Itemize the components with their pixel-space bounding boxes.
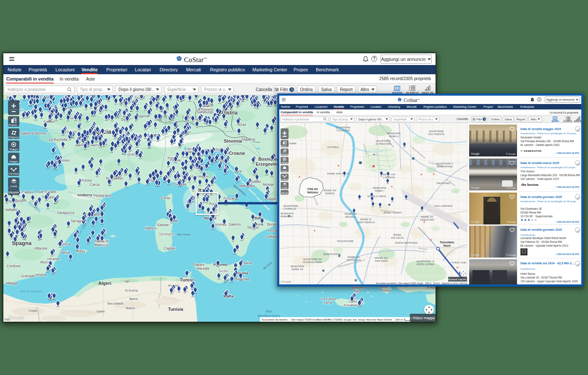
svg-text:Malaga: Malaga — [6, 281, 18, 285]
svg-text:Denia: Denia — [60, 250, 70, 255]
svg-text:Saragozza: Saragozza — [57, 211, 74, 215]
svg-text:ESQUILINO: ESQUILINO — [420, 219, 434, 221]
svg-text:Lecce: Lecce — [268, 228, 278, 232]
svg-text:Cagliari: Cagliari — [164, 246, 176, 250]
svg-text:RIONE XV: RIONE XV — [421, 216, 433, 218]
svg-text:QUARTIERE XII: QUARTIERE XII — [303, 258, 322, 260]
svg-text:Jijel: Jijel — [124, 279, 130, 283]
svg-text:Tunisia: Tunisia — [168, 307, 183, 312]
svg-text:GIANICOLENSE: GIANICOLENSE — [303, 261, 322, 263]
svg-text:Mar: Mar — [265, 309, 272, 313]
svg-text:Alicante: Alicante — [47, 257, 60, 261]
svg-text:Granada: Granada — [21, 274, 35, 278]
svg-text:RIONE XIV: RIONE XIV — [324, 189, 337, 192]
svg-text:I AURELIO: I AURELIO — [284, 208, 297, 210]
svg-text:Albacete: Albacete — [34, 246, 47, 250]
svg-text:Corse: Corse — [161, 196, 171, 200]
svg-text:ROMA II: ROMA II — [389, 135, 399, 138]
svg-text:APPIO LATINO: APPIO LATINO — [417, 263, 435, 266]
svg-text:Perpignano: Perpignano — [93, 193, 112, 198]
svg-text:Oujda: Oujda — [29, 309, 37, 312]
svg-text:Cordova: Cordova — [7, 264, 20, 268]
svg-text:Sicilia: Sicilia — [218, 269, 228, 273]
svg-text:Alghero: Alghero — [144, 226, 157, 230]
svg-text:El Eulma: El Eulma — [125, 289, 138, 292]
svg-text:La Rochelle: La Rochelle — [49, 138, 68, 142]
svg-text:Slovenia: Slovenia — [224, 138, 242, 143]
svg-text:Algeri: Algeri — [98, 281, 111, 286]
svg-text:MUNICIPIO: MUNICIPIO — [281, 212, 294, 215]
svg-text:MUNICIPIO: MUNICIPIO — [387, 132, 401, 135]
svg-text:Tuscolano: Tuscolano — [440, 241, 454, 244]
svg-text:QUARTIERE: QUARTIERE — [336, 126, 350, 129]
svg-text:SAN LORENZO: SAN LORENZO — [434, 205, 453, 207]
svg-text:Bosnia ed: Bosnia ed — [258, 156, 279, 161]
svg-text:Marsala: Marsala — [197, 266, 210, 271]
svg-text:Zagabria: Zagabria — [241, 137, 255, 141]
svg-text:MUNICIPIO: MUNICIPIO — [291, 265, 304, 268]
svg-text:Tunisi: Tunisi — [180, 277, 194, 282]
svg-text:Nord: Nord — [444, 244, 450, 247]
svg-text:QUARTIERE: QUARTIERE — [284, 205, 298, 207]
svg-text:XIX CELIO: XIX CELIO — [391, 237, 404, 239]
svg-text:Mallorca: Mallorca — [94, 243, 108, 247]
svg-text:Sassari: Sassari — [157, 223, 169, 227]
svg-text:XVII TRIESTE: XVII TRIESTE — [428, 133, 445, 135]
svg-text:Città del: Città del — [307, 188, 318, 190]
svg-text:Salerno: Salerno — [228, 222, 241, 227]
svg-text:Erzegovina: Erzegovina — [256, 161, 279, 167]
svg-text:RIONE XI: RIONE XI — [360, 218, 372, 221]
svg-text:RIONE XX: RIONE XX — [348, 256, 360, 258]
svg-text:Palermo: Palermo — [213, 263, 228, 267]
svg-text:Mostar: Mostar — [263, 182, 274, 187]
svg-text:Bou Saada: Bou Saada — [108, 302, 123, 305]
svg-text:FURIO CAM...: FURIO CAM... — [452, 261, 467, 264]
svg-text:Gallipoli: Gallipoli — [265, 234, 278, 239]
svg-text:RIONE: RIONE — [394, 234, 402, 236]
svg-text:QUARTIERE IX: QUARTIERE IX — [417, 260, 435, 263]
svg-text:Croazia: Croazia — [229, 151, 245, 156]
svg-text:RIONE XXI: RIONE XXI — [375, 257, 388, 259]
svg-text:REGOLA: REGOLA — [345, 216, 356, 218]
svg-text:ROMA XII: ROMA XII — [291, 268, 303, 271]
svg-text:MONTEVERDE: MONTEVERDE — [323, 253, 341, 255]
svg-text:Andorra: Andorra — [77, 193, 92, 197]
svg-text:Sardegna: Sardegna — [159, 232, 174, 236]
svg-text:SAN SABA: SAN SABA — [375, 260, 388, 262]
svg-text:La Canea: La Canea — [321, 297, 336, 301]
svg-text:Djelfa: Djelfa — [97, 310, 105, 313]
svg-text:Sables d'Olonne: Sables d'Olonne — [20, 131, 46, 135]
svg-text:Tolosa: Tolosa — [81, 178, 92, 182]
svg-text:BORGO: BORGO — [326, 192, 335, 195]
svg-text:VITTORIA: VITTORIA — [327, 146, 339, 148]
svg-text:PORTA METRONIA: PORTA METRONIA — [395, 242, 418, 244]
svg-text:Irakleio: Irakleio — [348, 303, 359, 307]
svg-text:Vaticano: Vaticano — [307, 191, 318, 194]
svg-text:TRASTEVERE: TRASTEVERE — [337, 240, 354, 242]
svg-text:Thira: Thira — [353, 289, 361, 293]
svg-text:Mar Tirreno: Mar Tirreno — [178, 233, 191, 236]
svg-text:Batna: Batna — [129, 297, 138, 301]
svg-text:Xania: Xania — [323, 301, 332, 305]
svg-text:I FLAMINIO: I FLAMINIO — [336, 129, 350, 132]
svg-text:SANT'ANGELO: SANT'ANGELO — [357, 221, 375, 224]
svg-text:MUNICIPIO: MUNICIPIO — [373, 187, 386, 189]
svg-text:ROMA XIII: ROMA XIII — [281, 215, 293, 218]
svg-text:Biskra: Biskra — [126, 306, 135, 310]
svg-text:Rodos: Rodos — [381, 289, 390, 292]
svg-text:ROMA I: ROMA I — [375, 190, 384, 192]
svg-text:QUARTIERE: QUARTIERE — [429, 130, 444, 133]
svg-text:Carca...: Carca... — [90, 182, 102, 187]
svg-text:Salisburgo: Salisburgo — [197, 110, 213, 114]
svg-text:TIBURTINO: TIBURTINO — [436, 182, 450, 185]
svg-text:Almeria: Almeria — [34, 273, 47, 277]
svg-text:Mar di Alboran: Mar di Alboran — [20, 289, 42, 293]
